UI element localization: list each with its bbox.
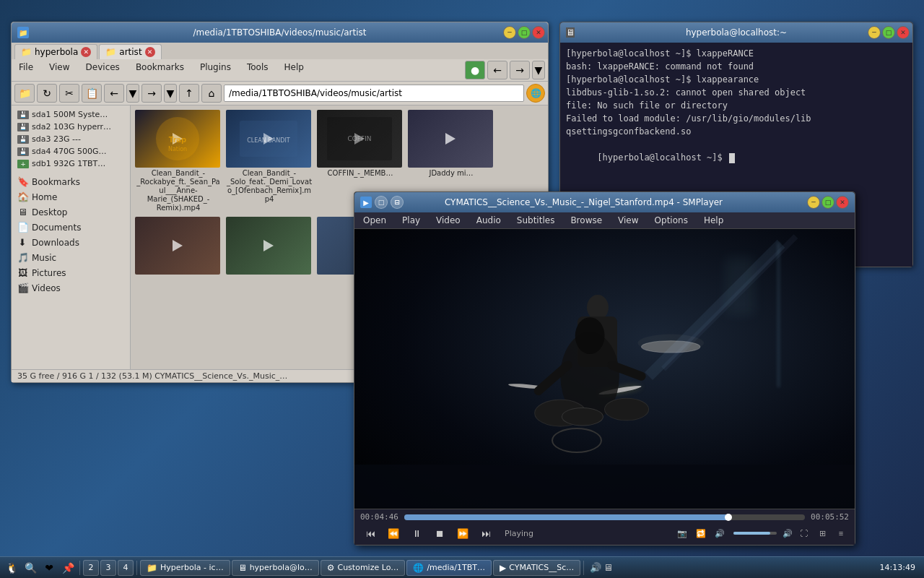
tab-close-hyperbola[interactable]: ✕	[81, 47, 91, 57]
file-item-1[interactable]: CLEAN BANDIT Clean_Bandit_-_Solo_feat._D…	[226, 110, 313, 212]
sidebar-downloads[interactable]: ⬇ Downloads	[12, 235, 130, 250]
tab-artist[interactable]: 📁 artist ✕	[99, 44, 161, 59]
smplayer-title: CYMATICS__Science_Vs._Music_-_Nigel_Stan…	[360, 197, 807, 207]
menu-devices[interactable]: Devices	[82, 61, 124, 79]
sidebar-pictures[interactable]: 🖼 Pictures	[12, 265, 130, 280]
drive-sda4[interactable]: 💾 sda4 470G 500G…	[12, 145, 130, 158]
taskbar-btn-smplayer[interactable]: ▶ CYMATICS__Sc…	[493, 560, 580, 576]
progress-track[interactable]	[404, 514, 805, 520]
smp-menu-view[interactable]: View	[615, 214, 641, 227]
drive-sda3[interactable]: 💾 sda3 23G ---	[12, 133, 130, 145]
drive-sda1[interactable]: 💾 sda1 500M Syste…	[12, 108, 130, 121]
cut-button[interactable]: ✂	[59, 84, 79, 103]
playlist-button[interactable]: ≡	[833, 526, 849, 540]
deint-button[interactable]: ⊞	[814, 526, 830, 540]
prev-button[interactable]: ⏮	[360, 525, 380, 542]
smp-menu-audio[interactable]: Audio	[474, 214, 504, 227]
smplayer-close-button[interactable]: ✕	[836, 196, 849, 209]
taskbar-app-icon-penguin[interactable]: 🐧	[3, 559, 20, 577]
taskbar-btn-media[interactable]: 🌐 /media/1TBT…	[406, 560, 492, 576]
drive-sda2[interactable]: 💾 sda2 103G hyperr…	[12, 121, 130, 133]
sidebar-documents[interactable]: 📄 Documents	[12, 220, 130, 235]
smp-menu-browse[interactable]: Browse	[567, 214, 605, 227]
taskbar-app-icon-heart[interactable]: ❤	[40, 559, 58, 577]
volume-slider[interactable]	[733, 532, 777, 535]
terminal-close-button[interactable]: ✕	[897, 26, 910, 39]
smp-menu-options[interactable]: Options	[652, 214, 691, 227]
sidebar-music[interactable]: 🎵 Music	[12, 250, 130, 265]
next-button[interactable]: ⏭	[476, 525, 496, 542]
nav-back-button[interactable]: ●	[465, 61, 485, 79]
sidebar-desktop[interactable]: 🖥 Desktop	[12, 204, 130, 220]
smplayer-menu: Open Play Video Audio Subtitles Browse V…	[354, 212, 855, 229]
svg-line-16	[649, 243, 781, 376]
sidebar-home[interactable]: 🏠 Home	[12, 189, 130, 204]
taskbar-app-icon-pin[interactable]: 📌	[59, 559, 77, 577]
drive-sdb1[interactable]: + sdb1 932G 1TBT…	[12, 158, 130, 170]
sidebar-videos[interactable]: 🎬 Videos	[12, 280, 130, 296]
nav-forward-button[interactable]: →	[510, 61, 530, 79]
smp-menu-subtitles[interactable]: Subtitles	[514, 214, 558, 227]
taskbar-btn-hyperbola[interactable]: 📁 Hyperbola - ic…	[140, 560, 230, 576]
tab-close-artist[interactable]: ✕	[145, 47, 155, 57]
taskbar-workspace-2[interactable]: 2	[83, 560, 99, 576]
taskbar-separator-1	[79, 561, 80, 575]
smplayer-minimize-button[interactable]: ─	[807, 196, 820, 209]
globe-button[interactable]: 🌐	[526, 84, 545, 103]
fullscreen-button[interactable]: ⛶	[796, 526, 811, 540]
stop-button[interactable]: ⏹	[430, 525, 450, 542]
file-item-5[interactable]	[226, 217, 313, 276]
terminal-line-7: [hyperbola@localhost ~]$	[566, 138, 907, 177]
pause-button[interactable]: ⏸	[406, 525, 427, 542]
rewind-button[interactable]: ⏪	[383, 525, 404, 542]
repeat-button[interactable]: 🔁	[693, 526, 709, 540]
terminal-maximize-button[interactable]: □	[882, 26, 895, 39]
menu-view[interactable]: View	[45, 61, 74, 79]
tray-icon-vol[interactable]: 🔊	[590, 562, 601, 573]
taskbar-workspace-3[interactable]: 3	[100, 560, 116, 576]
refresh-button[interactable]: ↻	[37, 84, 57, 103]
smplayer-btn1[interactable]: □	[375, 196, 388, 209]
forward-nav-button[interactable]: →	[141, 84, 162, 103]
video-area[interactable]	[354, 229, 855, 509]
menu-tools[interactable]: Tools	[243, 61, 273, 79]
terminal-minimize-button[interactable]: ─	[868, 26, 881, 39]
taskbar-btn-terminal[interactable]: 🖥 hyperbola@lo…	[232, 560, 319, 576]
file-item-4[interactable]	[135, 217, 222, 276]
nav-dropdown-button[interactable]: ▼	[532, 61, 545, 79]
maximize-button[interactable]: □	[518, 26, 531, 39]
sidebar-bookmarks[interactable]: 🔖 Bookmarks	[12, 174, 130, 189]
tray-icon-display[interactable]: 🖥	[603, 562, 613, 573]
dropdown2-nav-button[interactable]: ▼	[164, 84, 177, 103]
ffwd-button[interactable]: ⏩	[453, 525, 473, 542]
smplayer-btn2[interactable]: ⊟	[391, 196, 404, 209]
menu-help[interactable]: Help	[279, 61, 308, 79]
close-button[interactable]: ✕	[532, 26, 545, 39]
up-button[interactable]: ↑	[179, 84, 199, 103]
taskbar-workspace-4[interactable]: 4	[118, 560, 134, 576]
volume-mute-button[interactable]: 🔊	[712, 526, 728, 540]
smp-menu-help[interactable]: Help	[701, 214, 726, 227]
progress-thumb[interactable]	[725, 514, 732, 521]
screenshot-button[interactable]: 📷	[674, 526, 690, 540]
taskbar-btn-customize[interactable]: ⚙ Customize Lo…	[321, 560, 406, 576]
back-nav-button[interactable]: ←	[104, 84, 124, 103]
menu-plugins[interactable]: Plugins	[196, 61, 235, 79]
minimize-button[interactable]: ─	[503, 26, 516, 39]
dropdown-nav-button[interactable]: ▼	[126, 84, 139, 103]
nav-back2-button[interactable]: ←	[487, 61, 507, 79]
new-folder-button[interactable]: 📁	[14, 84, 35, 103]
tab-hyperbola[interactable]: 📁 hyperbola ✕	[14, 44, 97, 59]
cymbal-left	[508, 382, 544, 389]
smp-menu-video[interactable]: Video	[433, 214, 463, 227]
menu-file[interactable]: File	[14, 61, 38, 79]
address-bar[interactable]: /media/1TBTOSHIBA/videos/music/artist	[224, 85, 524, 102]
smp-menu-play[interactable]: Play	[399, 214, 423, 227]
smp-menu-open[interactable]: Open	[360, 214, 389, 227]
file-item-0[interactable]: Trap Nation Clean_Bandit_-_Rockabye_ft._…	[135, 110, 222, 212]
taskbar-app-icon-search[interactable]: 🔍	[22, 559, 39, 577]
smplayer-maximize-button[interactable]: □	[821, 196, 834, 209]
home-button[interactable]: ⌂	[201, 84, 222, 103]
copy-button[interactable]: 📋	[82, 84, 102, 103]
menu-bookmarks[interactable]: Bookmarks	[131, 61, 188, 79]
